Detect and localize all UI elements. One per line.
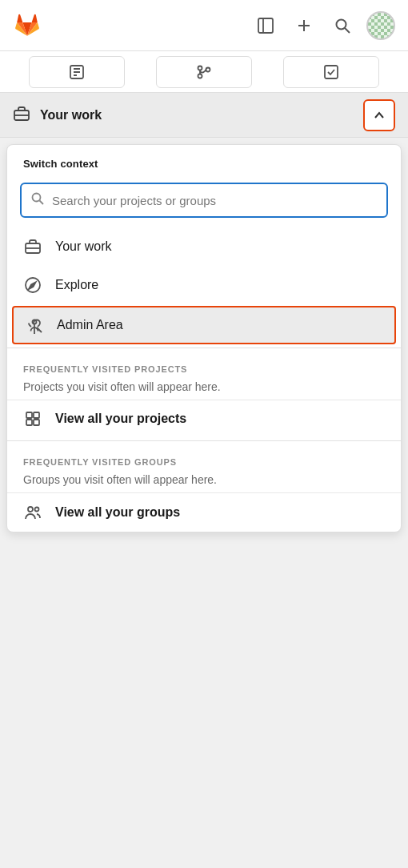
svg-rect-25 — [34, 420, 39, 425]
menu-item-your-work[interactable]: Your work — [7, 227, 401, 266]
frequent-projects-header: FREQUENTLY VISITED PROJECTS — [7, 358, 401, 377]
tab-todos[interactable] — [283, 56, 379, 88]
view-all-projects-link[interactable]: View all your projects — [7, 400, 401, 437]
svg-point-9 — [206, 67, 210, 71]
briefcase-icon — [13, 105, 30, 126]
view-projects-icon — [23, 410, 42, 428]
context-search-icon — [31, 192, 44, 208]
sidebar-toggle-btn[interactable] — [251, 11, 280, 40]
view-all-groups-link[interactable]: View all your groups — [7, 492, 401, 532]
navbar — [0, 0, 408, 51]
gitlab-logo[interactable] — [13, 11, 42, 40]
svg-rect-23 — [34, 412, 39, 418]
frequent-groups-desc: Groups you visit often will appear here. — [7, 470, 401, 492]
context-search-box[interactable] — [20, 183, 388, 218]
menu-item-explore-label: Explore — [55, 278, 98, 292]
svg-point-8 — [198, 74, 202, 78]
menu-item-your-work-label: Your work — [55, 239, 112, 254]
menu-item-admin-area-label: Admin Area — [57, 318, 123, 332]
svg-rect-24 — [26, 420, 32, 425]
your-work-header: Your work — [0, 93, 408, 138]
svg-line-5 — [345, 28, 350, 33]
frequent-groups-header: FREQUENTLY VISITED GROUPS — [7, 451, 401, 470]
svg-line-14 — [40, 201, 44, 205]
tab-merge-requests[interactable] — [156, 56, 252, 88]
frequent-groups-section: FREQUENTLY VISITED GROUPS Groups you vis… — [7, 440, 401, 492]
explore-menu-icon — [23, 276, 42, 294]
svg-point-7 — [198, 66, 202, 70]
admin-area-menu-icon — [25, 316, 44, 334]
svg-rect-22 — [26, 412, 32, 418]
your-work-title: Your work — [40, 108, 354, 123]
svg-point-13 — [33, 194, 41, 202]
svg-point-4 — [337, 19, 346, 29]
svg-rect-10 — [325, 66, 338, 78]
tabbar — [0, 51, 408, 93]
svg-point-26 — [28, 507, 33, 512]
your-work-menu-icon — [23, 238, 42, 255]
tab-issues[interactable] — [29, 56, 125, 88]
context-switcher-panel: Switch context Your work — [6, 144, 402, 532]
create-new-btn[interactable] — [290, 11, 318, 40]
global-search-btn[interactable] — [328, 11, 357, 40]
svg-point-27 — [35, 508, 39, 512]
user-avatar[interactable] — [366, 11, 395, 40]
view-all-projects-label: View all your projects — [55, 412, 186, 426]
view-all-groups-label: View all your groups — [55, 505, 180, 520]
menu-item-admin-area[interactable]: Admin Area — [12, 306, 396, 344]
view-groups-icon — [23, 503, 42, 522]
frequent-projects-desc: Projects you visit often will appear her… — [7, 377, 401, 400]
svg-rect-0 — [258, 18, 273, 33]
context-search-input[interactable] — [52, 194, 377, 207]
context-switcher-toggle[interactable] — [363, 99, 395, 131]
context-panel-heading: Switch context — [7, 145, 401, 176]
menu-item-explore[interactable]: Explore — [7, 266, 401, 304]
frequent-projects-section: FREQUENTLY VISITED PROJECTS Projects you… — [7, 348, 401, 400]
